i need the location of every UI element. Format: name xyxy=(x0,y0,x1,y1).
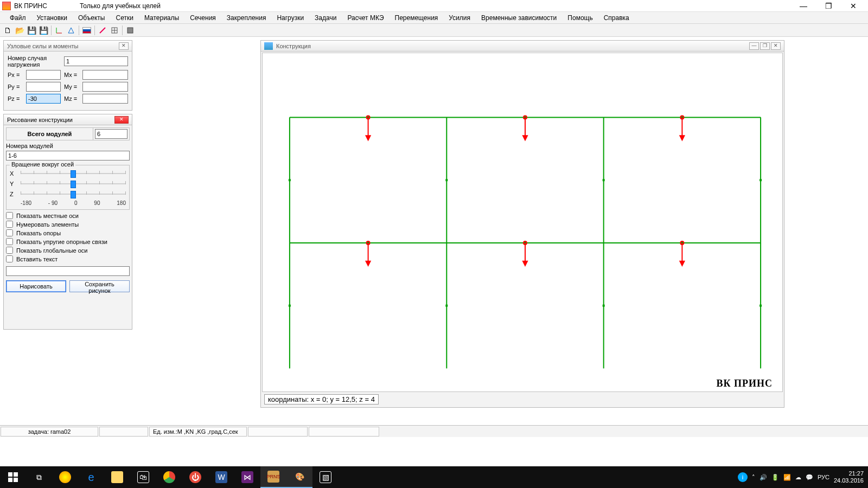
slider-y[interactable] xyxy=(21,179,126,188)
slider-x[interactable] xyxy=(21,169,126,178)
filter-icon[interactable] xyxy=(125,25,136,36)
svg-rect-24 xyxy=(603,179,605,181)
panel-drawing-title[interactable]: Рисование конструкции ✕ xyxy=(4,114,132,125)
chk-supports[interactable] xyxy=(6,229,13,236)
menu-constraints[interactable]: Закрепления xyxy=(221,13,272,23)
total-modules-input[interactable] xyxy=(95,129,127,139)
mdi-construction-title[interactable]: Конструкция — ❐ ✕ xyxy=(261,41,784,52)
chk-local-axes[interactable] xyxy=(6,212,13,219)
px-input[interactable] xyxy=(26,70,61,80)
menu-about[interactable]: Справка xyxy=(598,13,635,23)
mdi-construction: Конструкция — ❐ ✕ xyxy=(260,40,784,408)
canvas[interactable]: ВК ПРИНС xyxy=(262,53,783,392)
menu-displacements[interactable]: Перемещения xyxy=(390,13,444,23)
tray-chevron-icon[interactable]: ˄ xyxy=(752,474,755,481)
menu-sections[interactable]: Сечения xyxy=(184,13,221,23)
new-icon[interactable]: 🗋 xyxy=(2,25,13,36)
word-icon[interactable]: W xyxy=(208,466,234,488)
insert-text-input[interactable] xyxy=(6,266,130,276)
axis-y-label: Y xyxy=(10,181,17,187)
save-icon[interactable]: 💾 xyxy=(26,25,37,36)
panel-drawing: Рисование конструкции ✕ Всего модулей Но… xyxy=(3,114,132,330)
mdi-close-icon[interactable]: ✕ xyxy=(771,42,781,50)
tray-notification-icon[interactable]: 💬 xyxy=(806,474,813,481)
tray-wifi-icon[interactable]: 📶 xyxy=(783,474,791,481)
status-empty2 xyxy=(248,427,308,436)
chrome-icon[interactable] xyxy=(156,466,182,488)
tray-volume-icon[interactable]: 🔊 xyxy=(760,474,767,481)
mx-input[interactable] xyxy=(82,70,128,80)
taskview-icon[interactable]: ⧉ xyxy=(26,466,52,488)
pz-input[interactable] xyxy=(26,94,61,104)
menu-file[interactable]: Файл xyxy=(4,13,31,23)
app-subtitle: Только для учебных целей xyxy=(80,2,161,10)
module-numbers-label: Номера модулей xyxy=(6,143,53,149)
chk-elastic-supports[interactable] xyxy=(6,238,13,245)
svg-rect-21 xyxy=(760,305,762,307)
close-button[interactable]: ✕ xyxy=(841,0,866,12)
scale-180: 180 xyxy=(117,200,126,206)
scale-m90: - 90 xyxy=(48,200,58,206)
menu-loads[interactable]: Нагрузки xyxy=(271,13,309,23)
chk-insert-text-label: Вставить текст xyxy=(16,256,58,262)
app-title: ВК ПРИНС xyxy=(14,2,47,10)
status-empty3 xyxy=(309,427,379,436)
start-button[interactable] xyxy=(0,466,26,488)
menu-materials[interactable]: Материалы xyxy=(139,13,184,23)
menu-settings[interactable]: Установки xyxy=(31,13,73,23)
mdi-construction-title-text: Конструкция xyxy=(276,43,311,49)
saveas-icon[interactable]: 💾 xyxy=(38,25,49,36)
save-picture-button[interactable]: Сохранить рисунок xyxy=(69,280,130,292)
app1-icon[interactable] xyxy=(52,466,78,488)
py-input[interactable] xyxy=(26,82,61,92)
titlebar: ВК ПРИНС Только для учебных целей — ❐ ✕ xyxy=(0,0,868,12)
tray-lang[interactable]: РУС xyxy=(818,474,829,480)
px-label: Px = xyxy=(8,72,20,78)
open-icon[interactable]: 📂 xyxy=(14,25,25,36)
lang-icon[interactable] xyxy=(81,25,92,36)
panel-nodal-forces: Узловые силы и моменты ✕ Номер случая на… xyxy=(3,40,132,111)
explorer-icon[interactable] xyxy=(104,466,130,488)
svg-marker-36 xyxy=(523,136,527,140)
slider-z[interactable] xyxy=(21,190,126,198)
chk-insert-text[interactable] xyxy=(6,255,13,262)
store-icon[interactable]: 🛍 xyxy=(130,466,156,488)
panel-drawing-close-icon[interactable]: ✕ xyxy=(114,116,129,124)
prins-taskbar-icon[interactable]: PRNS xyxy=(260,466,286,488)
chk-number-elements[interactable] xyxy=(6,221,13,228)
node-icon[interactable] xyxy=(66,25,76,36)
mdi-maximize-icon[interactable]: ❐ xyxy=(760,42,770,50)
mdi-minimize-icon[interactable]: — xyxy=(749,42,759,50)
mesh-icon[interactable] xyxy=(109,25,120,36)
tray-clock[interactable]: 21:27 24.03.2016 xyxy=(834,470,864,484)
maximize-button[interactable]: ❐ xyxy=(816,0,841,12)
module-numbers-input[interactable] xyxy=(6,151,130,160)
tray-battery-icon[interactable]: 🔋 xyxy=(771,474,779,481)
edge-icon[interactable]: e xyxy=(78,466,104,488)
paint-icon[interactable]: 🎨 xyxy=(286,466,312,488)
chk-global-axes[interactable] xyxy=(6,247,13,254)
my-input[interactable] xyxy=(82,82,128,92)
menu-time[interactable]: Временные зависимости xyxy=(476,13,562,23)
svg-rect-19 xyxy=(445,305,448,307)
photos-icon[interactable]: ▧ xyxy=(312,466,339,488)
tray-info-icon[interactable]: i xyxy=(738,472,748,482)
panel-nodal-forces-title[interactable]: Узловые силы и моменты ✕ xyxy=(4,41,132,52)
menu-fem[interactable]: Расчет МКЭ xyxy=(342,13,389,23)
load-case-input[interactable] xyxy=(64,56,128,66)
svg-marker-45 xyxy=(523,261,527,266)
mz-input[interactable] xyxy=(82,94,128,104)
menu-tasks[interactable]: Задачи xyxy=(309,13,342,23)
vs-icon[interactable]: ⋈ xyxy=(234,466,260,488)
menu-help[interactable]: Помощь xyxy=(562,13,598,23)
menu-grids[interactable]: Сетки xyxy=(111,13,139,23)
power-icon[interactable]: ⏻ xyxy=(182,466,208,488)
axes-icon[interactable] xyxy=(54,25,65,36)
tray-onedrive-icon[interactable]: ☁ xyxy=(795,474,801,481)
menu-forces[interactable]: Усилия xyxy=(443,13,476,23)
edit-icon[interactable] xyxy=(97,25,108,36)
panel-forces-close-icon[interactable]: ✕ xyxy=(119,42,129,50)
minimize-button[interactable]: — xyxy=(791,0,816,12)
menu-objects[interactable]: Объекты xyxy=(73,13,111,23)
draw-button[interactable]: Нарисовать xyxy=(6,280,66,292)
